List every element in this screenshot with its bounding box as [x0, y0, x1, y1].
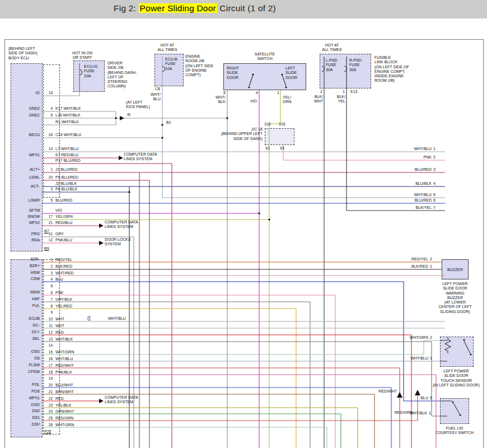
wire-vio: [43, 90, 259, 448]
pin-number: 92: [265, 146, 270, 151]
ecu-pin-label: FUL: [13, 304, 40, 308]
wire-label: J1 BLU/RED: [55, 167, 78, 172]
wire-label: GRY: [55, 232, 64, 236]
pin-number: 21: [44, 221, 53, 225]
pin-number: 2: [44, 264, 53, 270]
pin-number: 17: [44, 363, 53, 370]
wire-red-wht: [43, 368, 400, 448]
wire-label: BLU/RED: [398, 198, 432, 203]
connector-row: E7 RED/BLU: [44, 153, 78, 157]
wire-label: WHT: [55, 323, 64, 330]
wire-number: 3: [433, 167, 436, 172]
junction-connector-label: J/C 18 (BEHIND UPPER LEFT SIDE OF DASH): [207, 127, 263, 141]
connector-row: 18PNK/BLK: [44, 370, 74, 376]
wire-yel-grn: [43, 90, 280, 448]
wire-blu-blk: [43, 186, 445, 448]
pin-number: 3: [44, 187, 53, 192]
ecu-pin-label: DS1: [13, 416, 40, 420]
connector-row: 14: [44, 343, 74, 349]
junction-dot: [258, 212, 260, 214]
grid-ref: B7: [44, 229, 49, 234]
ecu-pin-label: DSG: [13, 403, 40, 407]
connector-row: 10WHT: [44, 316, 74, 323]
wire-yel-red: [43, 309, 296, 448]
system-note: COMPUTER DATA LINES SYSTEM: [124, 152, 163, 162]
arrow-right-icon: [99, 223, 104, 228]
wire-label: BLK/ YEL: [332, 95, 345, 104]
figure-title-prefix: Fig 2:: [114, 3, 138, 13]
connector-row: 1J1 BLU/RED: [44, 167, 78, 172]
splice-id: B1: [166, 120, 171, 125]
pin-number: 25: [44, 416, 53, 422]
pin-number: 15: [44, 349, 53, 356]
ecu-pin-label: LSWL: [13, 175, 40, 180]
arrow-right-icon: [120, 116, 124, 120]
system-note: COMPUTER DATA LINES SYSTEM: [105, 395, 144, 405]
wire-blu-red-p17: [43, 164, 445, 448]
ecu-pin-label: MSW: [13, 290, 40, 295]
wire-label: PNK/BLU: [55, 238, 72, 242]
wire-label: J2 BLU/BLK: [55, 181, 77, 186]
ecu-pin-label: DSV: [13, 422, 40, 427]
grid-ref: B9: [44, 246, 49, 251]
pin-number: 3: [44, 270, 53, 277]
wire-label: RED/YEL: [394, 257, 428, 262]
wire-wht: [43, 321, 445, 328]
ecu-pin-label: CSW: [13, 277, 40, 281]
wiring-diagram: BUZZER: [4, 39, 484, 448]
fuel-lid-switch-box: [440, 398, 469, 424]
pin-number: 17: [44, 214, 53, 219]
pin-number: [44, 208, 53, 213]
ecu-pin-label: OSG: [13, 349, 40, 354]
pin-number: 19: [44, 376, 53, 382]
connector-id: E13: [350, 90, 357, 94]
wire-blu-wht: [43, 388, 391, 448]
wire-label: RED/YEL: [55, 257, 72, 264]
pin-number: 26: [44, 422, 53, 429]
right-edge-wire: BLU/RED6: [398, 198, 436, 203]
fuse-label: ECU-IG FUSE 10A: [84, 64, 104, 78]
wire-label: BLK/RED: [55, 264, 72, 270]
right-edge-wire: WHT/BLU5: [398, 193, 436, 197]
wire-grn-wht: [43, 414, 341, 448]
ecu-pin-label: DC-: [13, 323, 40, 328]
pin-number: 15: [44, 91, 53, 95]
switch-position-label: RIGHT SLIDE DOOR: [227, 66, 246, 80]
wire-label: RED/WHT: [364, 389, 397, 394]
connector-row: 17YEL/GRN: [44, 214, 73, 219]
switch-position-label: LEFT SLIDE DOOR: [285, 66, 302, 80]
wire-label: VIO: [55, 208, 62, 213]
wire-label: WHT/BLU: [398, 193, 432, 197]
wire-number: 5: [430, 396, 432, 400]
arrow-up-icon: [397, 392, 402, 398]
pin-number: 1: [44, 167, 53, 172]
wire-label: BLK/ WHT: [310, 95, 323, 104]
junction-dot: [226, 117, 228, 119]
wire-label: WHT: [55, 316, 64, 323]
ecu-pin-label: DS2: [13, 409, 40, 413]
junction-dot: [128, 191, 130, 193]
wire-label: P6 BLU/BLK: [55, 187, 77, 192]
wire-yel-blk: [43, 408, 358, 448]
splice-symbol: ((: [87, 315, 91, 321]
wire-number: 2: [430, 257, 432, 262]
pin-number: 4: [256, 91, 258, 95]
wire-label: RED: [55, 330, 64, 337]
junction-dot: [161, 137, 163, 138]
pin-number: 103: [279, 122, 285, 127]
connector-row: 12PNK/BLU: [44, 238, 72, 242]
component-location-label: LEFT POWER SLIDE DOOR WARNING BUZZER (AT…: [435, 282, 475, 314]
buzzer-box: BUZZER: [442, 259, 469, 279]
wire-label: BLK/RED: [394, 264, 428, 269]
pin-number: 1: [44, 257, 53, 264]
pin-number: 14: [44, 147, 53, 151]
connector-row: 24GRN/WHT: [44, 409, 74, 416]
right-edge-wire: PNK2: [398, 155, 436, 160]
junction-dot: [161, 124, 163, 125]
wire-label: YEL/GRN: [55, 214, 73, 219]
pin-number: 5: [44, 198, 53, 203]
wire-number: 1: [429, 411, 431, 416]
right-edge-wire: BLU/BLK4: [398, 181, 436, 186]
connector-row: 17RED/WHT: [44, 363, 74, 370]
wire-label: WHT/ BLK: [210, 95, 226, 105]
